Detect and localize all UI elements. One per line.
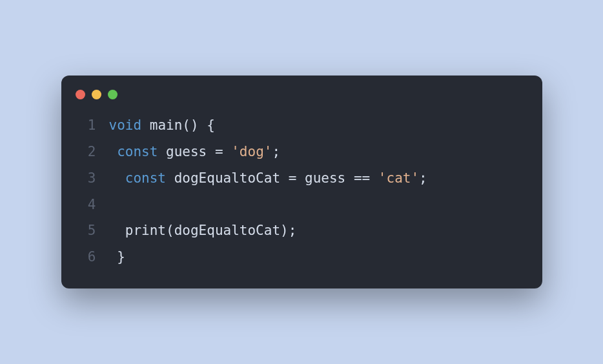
token-funcname: main bbox=[150, 117, 183, 133]
line-number: 1 bbox=[76, 112, 96, 139]
code-line: 3 const dogEqualtoCat = guess == 'cat'; bbox=[76, 165, 528, 192]
line-content: void main() { bbox=[109, 112, 215, 139]
code-line: 5 print(dogEqualtoCat); bbox=[76, 217, 528, 244]
token-punct: ; bbox=[272, 144, 280, 159]
line-number: 2 bbox=[76, 139, 96, 165]
token-space bbox=[223, 144, 232, 159]
token-space bbox=[141, 117, 150, 133]
token-space bbox=[158, 144, 166, 159]
code-line: 4 bbox=[76, 192, 528, 218]
token-space bbox=[166, 170, 174, 186]
code-window: 1void main() {2 const guess = 'dog';3 co… bbox=[61, 76, 542, 289]
code-line: 1void main() { bbox=[76, 112, 528, 139]
line-number: 4 bbox=[76, 192, 96, 218]
window-traffic-lights bbox=[61, 90, 542, 112]
token-space bbox=[109, 249, 118, 265]
token-punct: () { bbox=[182, 117, 215, 133]
token-space bbox=[109, 144, 118, 159]
token-punct: ); bbox=[280, 223, 296, 238]
token-space bbox=[109, 223, 125, 238]
line-content: print(dogEqualtoCat); bbox=[109, 217, 297, 244]
token-ident: dogEqualtoCat bbox=[174, 223, 280, 238]
token-string: 'cat' bbox=[378, 170, 419, 186]
line-content: } bbox=[109, 244, 125, 270]
token-operator: == bbox=[354, 170, 370, 186]
code-line: 2 const guess = 'dog'; bbox=[76, 139, 528, 165]
code-area: 1void main() {2 const guess = 'dog';3 co… bbox=[61, 112, 542, 271]
maximize-icon[interactable] bbox=[108, 90, 118, 99]
token-space bbox=[296, 170, 305, 186]
line-content: const guess = 'dog'; bbox=[109, 139, 281, 165]
token-space bbox=[280, 170, 289, 186]
token-ident: guess bbox=[166, 144, 207, 159]
line-number: 5 bbox=[76, 217, 96, 244]
token-operator: = bbox=[215, 144, 223, 159]
token-space bbox=[370, 170, 378, 186]
line-number: 3 bbox=[76, 165, 96, 192]
line-number: 6 bbox=[76, 244, 96, 270]
token-keyword: const bbox=[125, 170, 166, 186]
token-punct: ; bbox=[419, 170, 427, 186]
token-keyword: void bbox=[109, 117, 142, 133]
token-funcname: print bbox=[125, 223, 166, 238]
line-content: const dogEqualtoCat = guess == 'cat'; bbox=[109, 165, 427, 192]
token-space bbox=[207, 144, 215, 159]
close-icon[interactable] bbox=[76, 90, 85, 99]
token-ident: dogEqualtoCat bbox=[174, 170, 280, 186]
token-ident: guess bbox=[305, 170, 345, 186]
minimize-icon[interactable] bbox=[92, 90, 101, 99]
token-string: 'dog' bbox=[231, 144, 272, 159]
token-operator: = bbox=[289, 170, 297, 186]
token-keyword: const bbox=[117, 144, 158, 159]
token-punct: ( bbox=[166, 223, 174, 238]
line-content bbox=[109, 192, 118, 218]
token-space bbox=[345, 170, 354, 186]
token-space bbox=[109, 170, 125, 186]
code-line: 6 } bbox=[76, 244, 528, 270]
token-punct: } bbox=[117, 249, 125, 265]
